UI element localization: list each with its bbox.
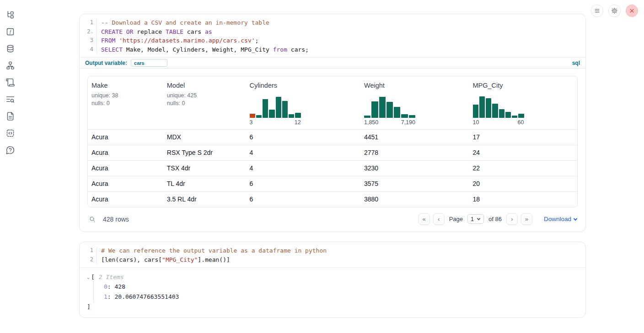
column-stat: unique: 425	[167, 92, 242, 99]
code-line-text: SELECT Make, Model, Cylinders, Weight, M…	[97, 45, 309, 54]
tree-entries: 0: 4281: 20.060747663551403	[93, 280, 578, 303]
last-page-button[interactable]: »	[521, 213, 532, 225]
table-cell: 6	[246, 130, 360, 145]
output-variable-row: Output variable: sql	[80, 57, 585, 69]
code-line-text: # We can reference the output variable a…	[97, 246, 327, 255]
column-header-cylinders[interactable]: Cylinders312	[246, 76, 360, 129]
close-bracket: ]	[87, 303, 578, 311]
histogram-max-label: 60	[518, 119, 524, 126]
code-line[interactable]: 3FROM 'https://datasets.marimo.app/cars.…	[80, 36, 585, 45]
dependency-graph-icon[interactable]	[5, 60, 15, 70]
table-row[interactable]: AcuraMDX6445117	[88, 129, 577, 145]
sql-cell: 1-- Download a CSV and create an in-memo…	[79, 14, 586, 232]
settings-button[interactable]	[608, 5, 621, 17]
snippets-icon[interactable]	[5, 128, 15, 138]
line-number: 1	[80, 246, 97, 255]
table-cell: 4451	[360, 130, 469, 145]
table-cell: 3.5 RL 4dr	[163, 192, 246, 207]
notebook-controls	[591, 5, 638, 17]
table-row[interactable]: AcuraRSX Type S 2dr4277824	[88, 145, 577, 160]
column-name: Weight	[364, 82, 466, 89]
notebook-main: 1-- Download a CSV and create an in-memo…	[79, 14, 586, 318]
python-code-editor[interactable]: 1# We can reference the output variable …	[80, 242, 585, 267]
histogram-bar	[505, 112, 511, 118]
histogram-bar	[371, 101, 378, 118]
table-cell: Acura	[88, 192, 163, 207]
data-table: Makeunique: 38nulls: 0Modelunique: 425nu…	[87, 76, 578, 207]
language-badge: sql	[572, 60, 580, 66]
collapse-chevron-icon[interactable]: ⌄	[87, 275, 90, 280]
column-name: Model	[167, 82, 242, 89]
histogram-bar	[379, 97, 386, 118]
tree-entry-key: 0	[104, 283, 107, 290]
code-line[interactable]: 4SELECT Make, Model, Cylinders, Weight, …	[80, 45, 585, 54]
search-button[interactable]	[87, 214, 97, 224]
table-cell: 22	[469, 161, 577, 176]
line-number: 2⌄	[80, 27, 97, 37]
data-sources-icon[interactable]	[5, 43, 15, 53]
histogram-min-label: 1,850	[364, 119, 378, 126]
chevron-down-icon	[477, 217, 481, 221]
line-number: 3	[80, 36, 97, 45]
table-row[interactable]: AcuraTSX 4dr4323022	[88, 160, 577, 176]
shutdown-button[interactable]	[626, 5, 638, 17]
table-cell: 3230	[360, 161, 469, 176]
column-name: Cylinders	[250, 82, 357, 89]
line-number: 4	[80, 45, 97, 54]
code-line[interactable]: 1-- Download a CSV and create an in-memo…	[80, 18, 585, 27]
hamburger-icon	[594, 7, 601, 14]
logs-icon[interactable]	[5, 94, 15, 104]
next-page-button[interactable]: ›	[506, 213, 518, 225]
histogram-bar	[269, 110, 274, 118]
python-cell: 1# We can reference the output variable …	[79, 242, 586, 318]
tree-entry-key: 1	[104, 293, 107, 300]
histogram-min-label: 3	[250, 119, 253, 126]
code-line[interactable]: 2[len(cars), cars["MPG_City"].mean()]	[80, 255, 585, 264]
column-histogram	[250, 95, 301, 118]
tree-entry: 1: 20.060747663551403	[94, 292, 578, 302]
python-output-tree: ⌄ [ 2 Items 0: 4281: 20.060747663551403 …	[80, 268, 585, 317]
histogram-bar	[499, 109, 504, 118]
fold-chevron-icon[interactable]: ⌄	[91, 30, 93, 34]
column-header-make[interactable]: Makeunique: 38nulls: 0	[88, 76, 163, 129]
histogram-bar	[394, 107, 400, 118]
table-row[interactable]: AcuraTL 4dr6357520	[88, 176, 577, 191]
tree-entry: 0: 428	[94, 282, 578, 292]
table-cell: Acura	[88, 130, 163, 145]
output-variable-label: Output variable:	[85, 60, 127, 66]
code-line[interactable]: 2⌄CREATE OR replace TABLE cars as	[80, 27, 585, 37]
documentation-icon[interactable]	[5, 111, 15, 121]
column-header-mpg_city[interactable]: MPG_City1060	[469, 76, 577, 129]
output-variable-input[interactable]	[131, 59, 167, 67]
sql-code-editor[interactable]: 1-- Download a CSV and create an in-memo…	[80, 14, 585, 57]
table-cell: 6	[246, 176, 360, 191]
menu-button[interactable]	[591, 5, 603, 17]
histogram-bar	[479, 96, 485, 118]
column-header-weight[interactable]: Weight1,8507,190	[360, 76, 469, 129]
table-output: Makeunique: 38nulls: 0Modelunique: 425nu…	[80, 69, 585, 207]
code-line[interactable]: 1# We can reference the output variable …	[80, 246, 585, 255]
column-header-model[interactable]: Modelunique: 425nulls: 0	[163, 76, 246, 129]
histogram-axis-labels: 312	[250, 119, 301, 126]
table-cell: 17	[469, 130, 577, 145]
table-cell: 3575	[360, 176, 469, 191]
help-icon[interactable]	[5, 145, 15, 155]
file-explorer-icon[interactable]	[5, 10, 15, 20]
open-bracket: [	[91, 274, 95, 280]
tree-root: ⌄ [ 2 Items	[87, 274, 578, 280]
column-histogram	[364, 95, 415, 118]
column-stat: nulls: 0	[91, 100, 160, 106]
previous-page-button[interactable]: ‹	[433, 213, 445, 225]
column-histogram	[473, 95, 524, 118]
variables-icon[interactable]: f	[5, 26, 15, 37]
table-cell: RSX Type S 2dr	[163, 145, 246, 160]
page-select[interactable]: 1	[467, 214, 484, 224]
histogram-bar	[512, 116, 517, 118]
table-cell: Acura	[88, 176, 163, 191]
download-button[interactable]: Download	[544, 216, 578, 222]
histogram-bar	[250, 114, 255, 118]
histogram-bar	[256, 115, 262, 118]
table-row[interactable]: Acura3.5 RL 4dr6388018	[88, 191, 577, 207]
first-page-button[interactable]: «	[419, 213, 430, 225]
scratchpad-icon[interactable]	[5, 77, 15, 87]
